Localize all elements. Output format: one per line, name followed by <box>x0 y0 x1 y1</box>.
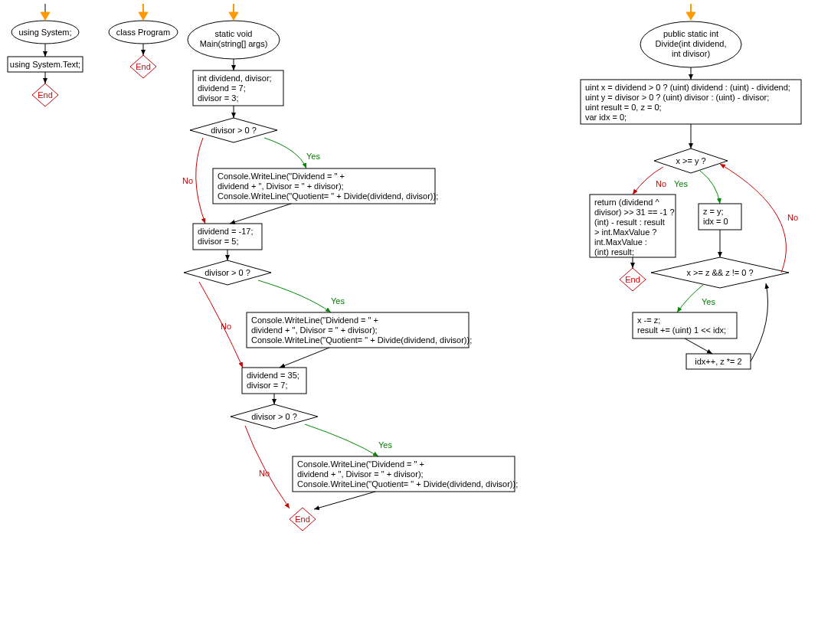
text-block3a: dividend = 35; <box>247 371 299 380</box>
text-cond3: divisor > 0 ? <box>251 412 297 421</box>
text-divide-c: int divisor) <box>672 49 710 58</box>
text-using-system: using System; <box>18 28 71 37</box>
text-main-a: static void <box>215 29 253 38</box>
text-cond4b: x >= z && z != 0 ? <box>686 268 753 277</box>
text-init4a: uint x = dividend > 0 ? (uint) dividend … <box>585 83 790 92</box>
end-text-4: End <box>625 275 640 284</box>
label-yes2: Yes <box>331 296 345 306</box>
end-text-2: End <box>136 62 151 71</box>
flowchart-class-program: class Program End <box>109 4 178 78</box>
text-system-text: using System.Text; <box>10 60 80 69</box>
text-print3b: dividend + ", Divisor = " + divisor); <box>297 469 424 479</box>
text-print2b: dividend + ", Divisor = " + divisor); <box>251 325 378 335</box>
label-yes3: Yes <box>378 440 392 449</box>
text-print1c: Console.WriteLine("Quotient= " + Divide(… <box>218 191 438 201</box>
text-block2b: divisor = 5; <box>198 237 239 246</box>
text-return-b: divisor) >> 31 == -1 ? <box>594 208 675 217</box>
text-return-e: int.MaxValue : <box>594 237 647 247</box>
label-no2: No <box>221 322 231 331</box>
text-block6a: x -= z; <box>637 315 660 325</box>
text-block2a: dividend = -17; <box>198 227 253 236</box>
label-yes4b: Yes <box>702 297 715 306</box>
text-block7: idx++, z *= 2 <box>695 357 741 366</box>
end-text-3: End <box>295 515 310 524</box>
text-init-a: int dividend, divisor; <box>198 74 272 83</box>
label-no4b: No <box>787 213 798 222</box>
text-main-b: Main(string[] args) <box>200 39 268 48</box>
text-return-f: (int) result; <box>594 247 634 257</box>
text-cond2: divisor > 0 ? <box>204 268 250 277</box>
text-print2a: Console.WriteLine("Dividend = " + <box>251 315 378 325</box>
text-divide-a: public static int <box>663 29 718 38</box>
label-no4a: No <box>656 179 666 188</box>
text-print1a: Console.WriteLine("Dividend = " + <box>218 172 345 181</box>
label-yes4a: Yes <box>674 179 688 188</box>
text-init-b: dividend = 7; <box>198 83 246 93</box>
text-print2c: Console.WriteLine("Quotient= " + Divide(… <box>251 335 472 345</box>
text-print1b: dividend + ", Divisor = " + divisor); <box>218 181 344 191</box>
text-cond4a: x >= y ? <box>676 156 705 165</box>
text-return-c: (int) - result : result <box>594 217 665 227</box>
text-cond1: divisor > 0 ? <box>211 126 257 135</box>
text-return-a: return (dividend ^ <box>594 198 659 207</box>
text-block3b: divisor = 7; <box>247 381 288 390</box>
text-print3c: Console.WriteLine("Quotient= " + Divide(… <box>297 479 518 489</box>
label-no3: No <box>259 469 270 478</box>
text-print3a: Console.WriteLine("Dividend = " + <box>297 459 424 469</box>
label-no1: No <box>182 176 193 185</box>
text-divide-b: Divide(int dividend, <box>656 39 727 48</box>
text-class-program: class Program <box>116 28 170 37</box>
text-block5b: idx = 0 <box>703 217 728 226</box>
end-text-1: End <box>38 90 53 100</box>
label-yes1: Yes <box>306 152 320 161</box>
text-return-d: > int.MaxValue ? <box>594 227 656 237</box>
flowchart-canvas: using System; using System.Text; End cla… <box>0 0 818 644</box>
text-init4b: uint y = divisor > 0 ? (uint) divisor : … <box>585 93 769 102</box>
text-block6b: result += (uint) 1 << idx; <box>637 325 726 335</box>
text-init-c: divisor = 3; <box>198 93 239 103</box>
flowchart-main: static void Main(string[] args) int divi… <box>182 4 518 531</box>
text-init4d: var idx = 0; <box>585 113 627 122</box>
flowchart-using-system: using System; using System.Text; End <box>8 4 83 106</box>
flowchart-divide: public static int Divide(int dividend, i… <box>581 4 801 369</box>
text-init4c: uint result = 0, z = 0; <box>585 103 662 112</box>
text-block5a: z = y; <box>703 207 724 216</box>
